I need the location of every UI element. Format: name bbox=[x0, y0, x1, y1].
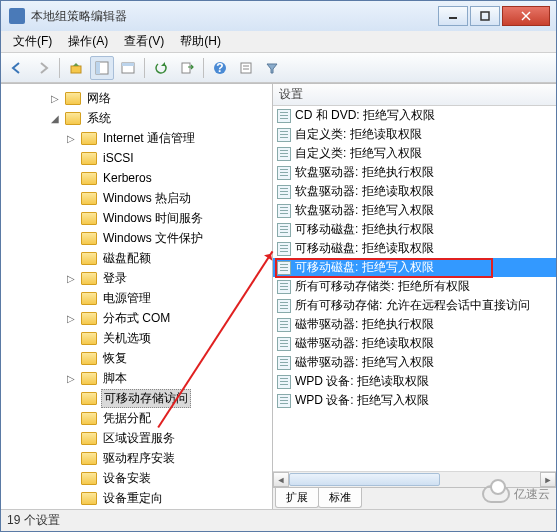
tree-item[interactable]: ◢系统 bbox=[1, 108, 272, 128]
horizontal-scrollbar[interactable]: ◄ ► bbox=[273, 471, 556, 487]
tree-item[interactable]: Windows 时间服务 bbox=[1, 208, 272, 228]
tree-item[interactable]: ▷脚本 bbox=[1, 368, 272, 388]
list-item[interactable]: 所有可移动存储类: 拒绝所有权限 bbox=[273, 277, 556, 296]
list-item-label: 可移动磁盘: 拒绝写入权限 bbox=[295, 259, 434, 276]
list-item[interactable]: 磁带驱动器: 拒绝写入权限 bbox=[273, 353, 556, 372]
scroll-left-button[interactable]: ◄ bbox=[273, 472, 289, 487]
list-item[interactable]: 所有可移动存储: 允许在远程会话中直接访问 bbox=[273, 296, 556, 315]
list-item-label: 可移动磁盘: 拒绝读取权限 bbox=[295, 240, 434, 257]
tree-item[interactable]: Windows 热启动 bbox=[1, 188, 272, 208]
folder-icon bbox=[81, 232, 97, 245]
scroll-thumb[interactable] bbox=[289, 473, 440, 486]
tree-item[interactable]: 区域设置服务 bbox=[1, 428, 272, 448]
list-item-label: 所有可移动存储类: 拒绝所有权限 bbox=[295, 278, 470, 295]
list-item[interactable]: WPD 设备: 拒绝读取权限 bbox=[273, 372, 556, 391]
tree-pane[interactable]: ▷网络◢系统▷Internet 通信管理iSCSIKerberosWindows… bbox=[1, 84, 273, 509]
filter-button[interactable] bbox=[260, 56, 284, 80]
tree-item[interactable]: ▷登录 bbox=[1, 268, 272, 288]
list-item-label: WPD 设备: 拒绝写入权限 bbox=[295, 392, 429, 409]
forward-button[interactable] bbox=[31, 56, 55, 80]
tree-item[interactable]: ▷分布式 COM bbox=[1, 308, 272, 328]
app-icon bbox=[9, 8, 25, 24]
up-button[interactable] bbox=[64, 56, 88, 80]
list-item[interactable]: 软盘驱动器: 拒绝读取权限 bbox=[273, 182, 556, 201]
tree-item[interactable]: 磁盘配额 bbox=[1, 248, 272, 268]
window-controls bbox=[438, 6, 556, 26]
list-header-settings[interactable]: 设置 bbox=[273, 84, 556, 106]
expander-closed-icon[interactable]: ▷ bbox=[65, 312, 77, 324]
tree-item[interactable]: ▷网络 bbox=[1, 88, 272, 108]
window-title: 本地组策略编辑器 bbox=[31, 8, 438, 25]
expander-none bbox=[65, 152, 77, 164]
tree-item[interactable]: iSCSI bbox=[1, 148, 272, 168]
tree-item[interactable]: 可移动存储访问 bbox=[1, 388, 272, 408]
scroll-right-button[interactable]: ► bbox=[540, 472, 556, 487]
expander-none bbox=[65, 292, 77, 304]
expander-none bbox=[65, 472, 77, 484]
menu-help[interactable]: 帮助(H) bbox=[172, 31, 229, 52]
refresh-button[interactable] bbox=[149, 56, 173, 80]
list-item-label: 软盘驱动器: 拒绝读取权限 bbox=[295, 183, 434, 200]
tree-item[interactable]: 关机选项 bbox=[1, 328, 272, 348]
tree-item[interactable]: Windows 文件保护 bbox=[1, 228, 272, 248]
tree-item[interactable]: 设备安装 bbox=[1, 468, 272, 488]
list-item[interactable]: 自定义类: 拒绝写入权限 bbox=[273, 144, 556, 163]
menu-action[interactable]: 操作(A) bbox=[60, 31, 116, 52]
menubar: 文件(F) 操作(A) 查看(V) 帮助(H) bbox=[1, 31, 556, 53]
back-button[interactable] bbox=[5, 56, 29, 80]
scroll-track[interactable] bbox=[289, 472, 540, 487]
policy-icon bbox=[277, 204, 291, 218]
show-tree-button[interactable] bbox=[90, 56, 114, 80]
help-button[interactable]: ? bbox=[208, 56, 232, 80]
list-item-label: 磁带驱动器: 拒绝读取权限 bbox=[295, 335, 434, 352]
list-item[interactable]: 磁带驱动器: 拒绝读取权限 bbox=[273, 334, 556, 353]
console-button[interactable] bbox=[116, 56, 140, 80]
toolbar-separator bbox=[144, 58, 145, 78]
tab-standard[interactable]: 标准 bbox=[318, 488, 362, 508]
tree-item[interactable]: ▷Internet 通信管理 bbox=[1, 128, 272, 148]
tree-item[interactable]: 电源管理 bbox=[1, 288, 272, 308]
titlebar[interactable]: 本地组策略编辑器 bbox=[1, 1, 556, 31]
minimize-button[interactable] bbox=[438, 6, 468, 26]
expander-open-icon[interactable]: ◢ bbox=[49, 112, 61, 124]
svg-rect-8 bbox=[122, 63, 134, 66]
menu-file[interactable]: 文件(F) bbox=[5, 31, 60, 52]
list-item[interactable]: CD 和 DVD: 拒绝写入权限 bbox=[273, 106, 556, 125]
policy-icon bbox=[277, 375, 291, 389]
expander-closed-icon[interactable]: ▷ bbox=[65, 132, 77, 144]
tree-item[interactable]: Kerberos bbox=[1, 168, 272, 188]
export-button[interactable] bbox=[175, 56, 199, 80]
tab-extended[interactable]: 扩展 bbox=[275, 488, 319, 508]
policy-icon bbox=[277, 185, 291, 199]
list-item[interactable]: 可移动磁盘: 拒绝写入权限 bbox=[273, 258, 556, 277]
menu-view[interactable]: 查看(V) bbox=[116, 31, 172, 52]
close-button[interactable] bbox=[502, 6, 550, 26]
list-item[interactable]: WPD 设备: 拒绝写入权限 bbox=[273, 391, 556, 410]
tree-item[interactable]: 驱动程序安装 bbox=[1, 448, 272, 468]
maximize-button[interactable] bbox=[470, 6, 500, 26]
list-item[interactable]: 可移动磁盘: 拒绝执行权限 bbox=[273, 220, 556, 239]
svg-text:?: ? bbox=[216, 61, 223, 75]
tree-item[interactable]: 凭据分配 bbox=[1, 408, 272, 428]
tree-item-label: 电源管理 bbox=[101, 290, 153, 307]
expander-closed-icon[interactable]: ▷ bbox=[65, 272, 77, 284]
expander-closed-icon[interactable]: ▷ bbox=[65, 372, 77, 384]
list-item[interactable]: 可移动磁盘: 拒绝读取权限 bbox=[273, 239, 556, 258]
folder-icon bbox=[65, 92, 81, 105]
content-area: ▷网络◢系统▷Internet 通信管理iSCSIKerberosWindows… bbox=[1, 83, 556, 509]
expander-none bbox=[65, 212, 77, 224]
list-pane: 设置 CD 和 DVD: 拒绝写入权限自定义类: 拒绝读取权限自定义类: 拒绝写… bbox=[273, 84, 556, 509]
policy-icon bbox=[277, 337, 291, 351]
tree-item[interactable]: 设备重定向 bbox=[1, 488, 272, 508]
list-item[interactable]: 自定义类: 拒绝读取权限 bbox=[273, 125, 556, 144]
tree-item[interactable]: 恢复 bbox=[1, 348, 272, 368]
list-item[interactable]: 软盘驱动器: 拒绝执行权限 bbox=[273, 163, 556, 182]
expander-closed-icon[interactable]: ▷ bbox=[49, 92, 61, 104]
list-item[interactable]: 磁带驱动器: 拒绝执行权限 bbox=[273, 315, 556, 334]
policy-icon bbox=[277, 242, 291, 256]
list-item-label: CD 和 DVD: 拒绝写入权限 bbox=[295, 107, 435, 124]
properties-button[interactable] bbox=[234, 56, 258, 80]
list-body[interactable]: CD 和 DVD: 拒绝写入权限自定义类: 拒绝读取权限自定义类: 拒绝写入权限… bbox=[273, 106, 556, 471]
list-item[interactable]: 软盘驱动器: 拒绝写入权限 bbox=[273, 201, 556, 220]
list-item-label: 自定义类: 拒绝写入权限 bbox=[295, 145, 422, 162]
